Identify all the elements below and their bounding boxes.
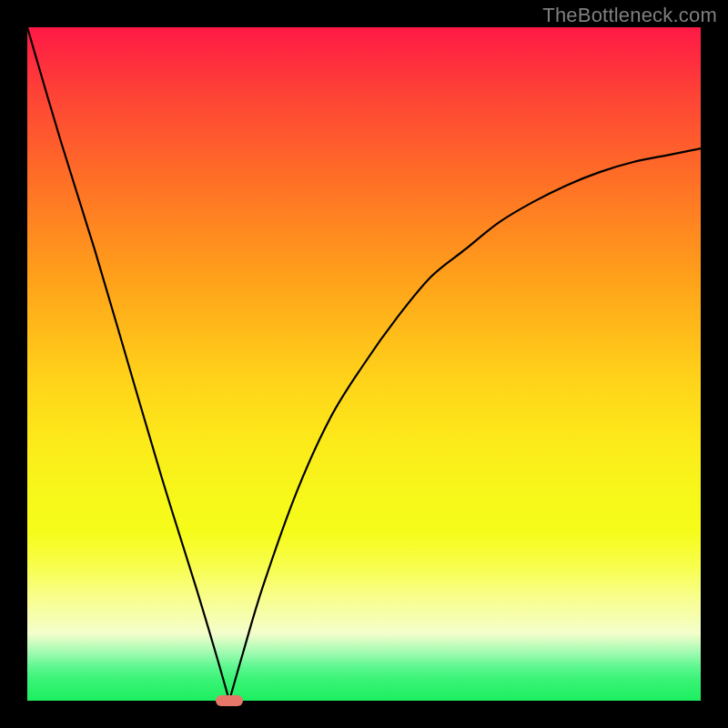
chart-svg — [27, 27, 701, 701]
plot-area — [27, 27, 701, 701]
min-marker — [216, 695, 243, 706]
curve-left-branch — [27, 27, 229, 701]
watermark-text: TheBottleneck.com — [542, 4, 717, 27]
curve-right-branch — [229, 148, 701, 701]
chart-frame: TheBottleneck.com — [0, 0, 728, 728]
